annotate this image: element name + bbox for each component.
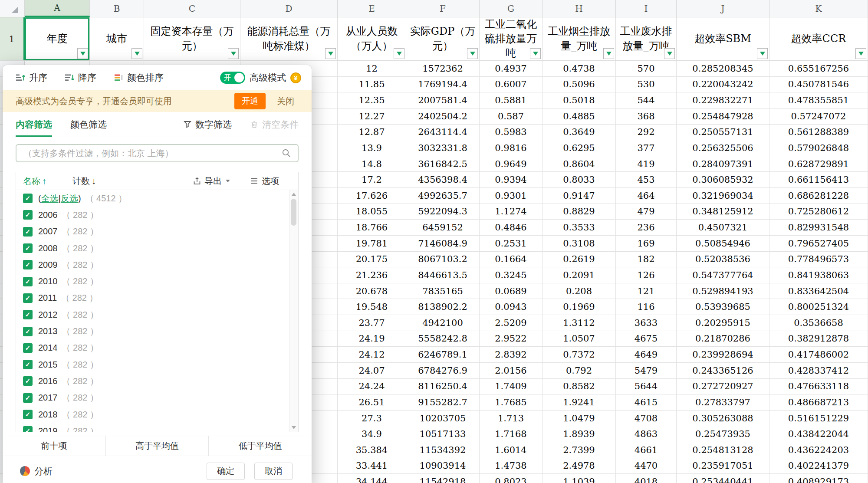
cell[interactable]: 182	[616, 252, 677, 268]
cell[interactable]: 1.0479	[542, 411, 616, 427]
cell[interactable]: 0.239928694	[677, 347, 769, 363]
cell[interactable]: 12.35	[338, 92, 406, 108]
cell[interactable]: 0.321969034	[677, 188, 769, 204]
cell[interactable]: 0.6007	[480, 77, 542, 93]
ok-button[interactable]: 确定	[207, 463, 245, 480]
cell[interactable]: 0.50854946	[677, 236, 769, 252]
sort-by-count-button[interactable]: 计数 ↓	[72, 175, 96, 187]
cell[interactable]: 7835165	[406, 283, 480, 299]
cell[interactable]: 0.547377764	[677, 267, 769, 283]
filter-list-item-2017[interactable]: 2017（ 282 ）	[16, 390, 289, 406]
cell[interactable]: 3032331.8	[406, 140, 480, 156]
cell[interactable]: 0.382912878	[769, 331, 868, 347]
column-letter-J[interactable]: J	[677, 0, 769, 17]
cell[interactable]: 1.1039	[542, 474, 616, 483]
tab-content-filter[interactable]: 内容筛选	[16, 118, 52, 137]
top-ten-button[interactable]: 前十项	[3, 436, 106, 456]
cell[interactable]: 10203705	[406, 411, 480, 427]
cell[interactable]: 0.235917051	[677, 458, 769, 474]
cell[interactable]: 1.9241	[542, 394, 616, 411]
cell[interactable]: 1769194.4	[406, 77, 480, 93]
cell[interactable]: 0.0943	[480, 299, 542, 315]
filter-list-item-2019[interactable]: 2019（ 282 ）	[16, 423, 289, 432]
cell[interactable]: 0.579026848	[769, 140, 868, 156]
member-coin-icon[interactable]: ¥	[290, 72, 301, 83]
cell[interactable]: 0.9301	[480, 188, 542, 204]
cell[interactable]: 464	[616, 188, 677, 204]
color-sort-button[interactable]: 颜色排序	[114, 72, 164, 84]
cell[interactable]: 4992635.7	[406, 188, 480, 204]
cell[interactable]: 24.07	[338, 363, 406, 379]
filter-list-item-2010[interactable]: 2010（ 282 ）	[16, 273, 289, 289]
filter-dropdown-button-K[interactable]	[855, 48, 866, 59]
cell[interactable]: 4470	[616, 458, 677, 474]
cell[interactable]: 0.229832271	[677, 92, 769, 108]
cell[interactable]: 0.778496573	[769, 252, 868, 268]
cell[interactable]: 0.4846	[480, 220, 542, 236]
filter-list-item-2015[interactable]: 2015（ 282 ）	[16, 356, 289, 373]
cell[interactable]: 0.4937	[480, 61, 542, 77]
cell[interactable]: 20.175	[338, 252, 406, 268]
cell[interactable]: 292	[616, 125, 677, 141]
filter-list-item-2014[interactable]: 2014（ 282 ）	[16, 340, 289, 356]
clear-conditions-button[interactable]: 清空条件	[250, 118, 299, 137]
cell[interactable]: 0.6295	[542, 140, 616, 156]
filter-dropdown-button-J[interactable]	[757, 48, 768, 59]
cell[interactable]: 5644	[616, 379, 677, 395]
cell[interactable]: 0.305263088	[677, 411, 769, 427]
cell[interactable]: 11.85	[338, 77, 406, 93]
cell[interactable]: 453	[616, 172, 677, 188]
checkbox-checked-icon[interactable]	[23, 210, 33, 220]
cell[interactable]: 2.0156	[480, 363, 542, 379]
filter-list-item-2008[interactable]: 2008（ 282 ）	[16, 240, 289, 256]
cell[interactable]: 1.4738	[480, 458, 542, 474]
cell[interactable]: 0.208	[542, 283, 616, 299]
checkbox-checked-icon[interactable]	[23, 343, 33, 353]
cell[interactable]: 0.800251324	[769, 299, 868, 315]
cell[interactable]: 0.792	[542, 363, 616, 379]
cell[interactable]: 0.9649	[480, 156, 542, 172]
header-cell-G[interactable]: 工业二氧化硫排放量万吨	[480, 17, 542, 60]
cell[interactable]: 0.655167256	[769, 61, 868, 77]
filter-dropdown-button-I[interactable]	[664, 48, 675, 59]
cell[interactable]: 0.436224203	[769, 442, 868, 458]
checkbox-checked-icon[interactable]	[23, 227, 33, 237]
checkbox-checked-icon[interactable]	[23, 277, 33, 286]
cell[interactable]: 0.348125912	[677, 204, 769, 220]
cell[interactable]: 0.476633118	[769, 379, 868, 395]
cell[interactable]: 24.19	[338, 331, 406, 347]
cell[interactable]: 0.2531	[480, 236, 542, 252]
cell[interactable]: 4661	[616, 442, 677, 458]
cell[interactable]: 0.8033	[542, 172, 616, 188]
filter-dropdown-button-D[interactable]	[325, 48, 336, 59]
header-cell-F[interactable]: 实际GDP（万元）	[406, 17, 480, 60]
cell[interactable]: 0.5018	[542, 92, 616, 108]
cell[interactable]: 0.686281228	[769, 188, 868, 204]
cell[interactable]: 0.408929173	[769, 474, 868, 483]
cell[interactable]: 1.7409	[480, 379, 542, 395]
cell[interactable]: 0.25473935	[677, 426, 769, 442]
cell[interactable]: 5479	[616, 363, 677, 379]
cell[interactable]: 2.7399	[542, 442, 616, 458]
scrollbar-thumb[interactable]	[291, 199, 296, 226]
filter-list-item-2012[interactable]: 2012（ 282 ）	[16, 306, 289, 323]
header-cell-I[interactable]: 工业废水排放量_万吨	[616, 17, 677, 60]
cell[interactable]: 19.781	[338, 236, 406, 252]
cell[interactable]: 26.51	[338, 394, 406, 411]
filter-list-item-2011[interactable]: 2011（ 282 ）	[16, 290, 289, 306]
cell[interactable]: 1.713	[480, 411, 542, 427]
cell[interactable]: 0.841938063	[769, 267, 868, 283]
cell[interactable]: 12.27	[338, 108, 406, 125]
cell[interactable]: 0.9816	[480, 140, 542, 156]
cell[interactable]: 2402504.2	[406, 108, 480, 125]
column-letter-D[interactable]: D	[240, 0, 338, 17]
cell[interactable]: 1.3112	[542, 315, 616, 331]
cell[interactable]: 0.833642504	[769, 283, 868, 299]
cell[interactable]: 0.250557131	[677, 125, 769, 141]
cell[interactable]: 0.417486002	[769, 347, 868, 363]
cell[interactable]: 0.21870286	[677, 331, 769, 347]
filter-list-item-2018[interactable]: 2018（ 282 ）	[16, 406, 289, 423]
checkbox-checked-icon[interactable]	[23, 327, 33, 336]
cell[interactable]: 12.87	[338, 125, 406, 141]
cell[interactable]: 368	[616, 108, 677, 125]
